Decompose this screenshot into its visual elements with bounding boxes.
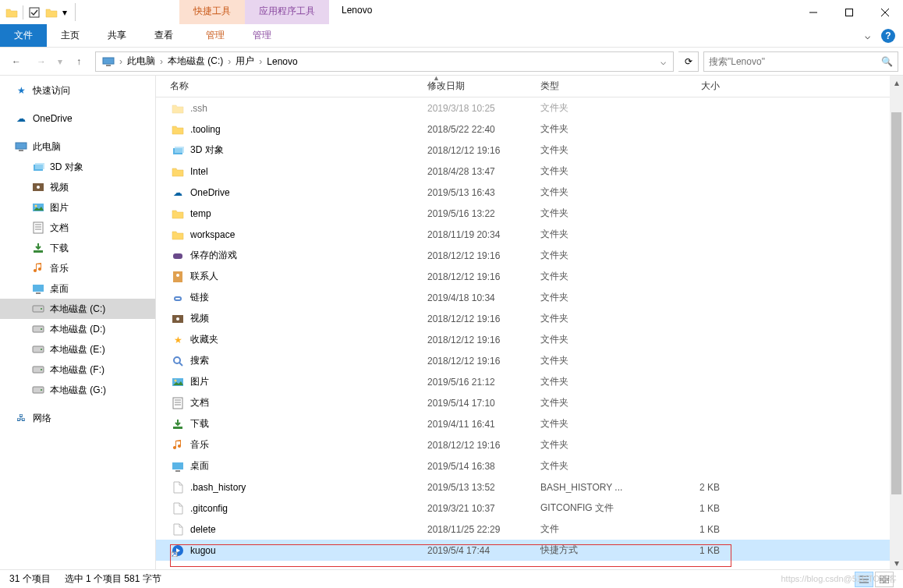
desk-icon bbox=[170, 460, 186, 473]
help-button[interactable]: ? bbox=[881, 29, 895, 43]
search-input[interactable] bbox=[709, 56, 881, 67]
tree-item[interactable]: 音乐 bbox=[0, 258, 155, 278]
ribbon-collapse-button[interactable]: ⌵ bbox=[859, 27, 876, 44]
file-row[interactable]: 下载2019/4/11 16:41文件夹 bbox=[156, 413, 903, 434]
folder-icon[interactable] bbox=[3, 4, 20, 21]
tree-item[interactable]: 3D 对象 bbox=[0, 157, 155, 177]
col-header-type[interactable]: 类型 bbox=[540, 80, 657, 93]
tree-item[interactable]: 本地磁盘 (C:) bbox=[0, 299, 155, 319]
tree-quick-access[interactable]: ★ 快速访问 bbox=[0, 80, 155, 101]
tree-item[interactable]: 图片 bbox=[0, 197, 155, 218]
crumb-sep-icon[interactable]: › bbox=[257, 56, 264, 67]
file-row[interactable]: .ssh2019/3/18 10:25文件夹 bbox=[156, 97, 903, 119]
minimize-button[interactable] bbox=[795, 0, 831, 24]
vertical-scrollbar[interactable]: ▴ ▾ bbox=[890, 76, 903, 569]
file-type: 文件夹 bbox=[540, 122, 657, 136]
file-row[interactable]: 桌面2019/5/14 16:38文件夹 bbox=[156, 455, 903, 476]
ctx-tab-app-tools[interactable]: 应用程序工具 bbox=[245, 0, 329, 24]
file-row[interactable]: 3D 对象2018/12/12 19:16文件夹 bbox=[156, 140, 903, 161]
scroll-track[interactable] bbox=[890, 89, 903, 556]
ribbon-tab-file[interactable]: 文件 bbox=[0, 24, 47, 47]
file-row[interactable]: ☁OneDrive2019/5/13 16:43文件夹 bbox=[156, 182, 903, 203]
scroll-up-button[interactable]: ▴ bbox=[890, 76, 903, 89]
fav-icon: ★ bbox=[170, 334, 186, 346]
file-icon bbox=[170, 502, 186, 515]
search-icon[interactable]: 🔍 bbox=[881, 56, 893, 67]
crumb-disk-c[interactable]: 本地磁盘 (C:) bbox=[165, 55, 226, 68]
tree-item[interactable]: 桌面 bbox=[0, 278, 155, 299]
qat-folder-icon[interactable] bbox=[43, 4, 60, 21]
file-row[interactable]: 联系人2018/12/12 19:16文件夹 bbox=[156, 266, 903, 287]
file-row[interactable]: .gitconfig2019/3/21 10:37GITCONFIG 文件1 K… bbox=[156, 498, 903, 519]
svg-point-36 bbox=[176, 274, 179, 277]
scroll-thumb[interactable] bbox=[891, 112, 901, 494]
file-row[interactable]: 文档2019/5/14 17:10文件夹 bbox=[156, 392, 903, 413]
disk-icon bbox=[31, 322, 45, 336]
tree-item[interactable]: 本地磁盘 (D:) bbox=[0, 319, 155, 339]
file-row[interactable]: 链接2019/4/18 10:34文件夹 bbox=[156, 287, 903, 308]
qat-dropdown[interactable]: ▾ bbox=[60, 4, 69, 21]
crumb-sep-icon[interactable]: › bbox=[226, 56, 232, 67]
address-bar[interactable]: › 此电脑 › 本地磁盘 (C:) › 用户 › Lenovo ⌵ bbox=[95, 51, 674, 72]
tree-item[interactable]: 下载 bbox=[0, 238, 155, 258]
ribbon-tab-manage-2[interactable]: 管理 bbox=[239, 24, 285, 47]
recent-dropdown[interactable]: ▾ bbox=[55, 51, 66, 73]
file-row[interactable]: 保存的游戏2018/12/12 19:16文件夹 bbox=[156, 245, 903, 266]
crumb-sep-icon[interactable]: › bbox=[118, 56, 124, 67]
ribbon-right: ⌵ ? bbox=[859, 24, 903, 47]
crumb-users[interactable]: 用户 bbox=[232, 55, 257, 68]
up-button[interactable]: ↑ bbox=[67, 51, 90, 73]
file-row[interactable]: kugou2019/5/4 17:44快捷方式1 KB bbox=[156, 540, 903, 561]
tree-item[interactable]: 本地磁盘 (G:) bbox=[0, 380, 155, 400]
file-row[interactable]: 图片2019/5/16 21:12文件夹 bbox=[156, 371, 903, 392]
file-row[interactable]: 搜索2018/12/12 19:16文件夹 bbox=[156, 350, 903, 371]
file-row[interactable]: .bash_history2019/5/13 13:52BASH_HISTORY… bbox=[156, 476, 903, 498]
maximize-button[interactable] bbox=[831, 0, 867, 24]
doc-icon bbox=[170, 397, 186, 409]
tree-item[interactable]: 本地磁盘 (F:) bbox=[0, 360, 155, 380]
tree-network[interactable]: 🖧 网络 bbox=[0, 408, 155, 428]
refresh-button[interactable]: ⟳ bbox=[678, 51, 699, 72]
file-row[interactable]: temp2019/5/16 13:22文件夹 bbox=[156, 203, 903, 224]
dl-icon bbox=[31, 241, 45, 255]
svg-rect-33 bbox=[175, 147, 184, 153]
file-row[interactable]: ★收藏夹2018/12/12 19:16文件夹 bbox=[156, 329, 903, 350]
tree-item[interactable]: 文档 bbox=[0, 218, 155, 238]
ribbon-tab-view[interactable]: 查看 bbox=[140, 24, 187, 47]
tree-item[interactable]: 本地磁盘 (E:) bbox=[0, 339, 155, 360]
col-header-date[interactable]: 修改日期 bbox=[427, 80, 540, 93]
disk-icon bbox=[31, 363, 45, 377]
file-size: 1 KB bbox=[657, 545, 728, 556]
file-row[interactable]: .tooling2018/5/22 22:40文件夹 bbox=[156, 119, 903, 140]
file-row[interactable]: Intel2018/4/28 13:47文件夹 bbox=[156, 161, 903, 182]
onedrive-icon: ☁ bbox=[14, 112, 28, 126]
back-button[interactable]: ← bbox=[5, 51, 28, 73]
ribbon-tab-share[interactable]: 共享 bbox=[94, 24, 140, 47]
file-row[interactable]: workspace2018/11/19 20:34文件夹 bbox=[156, 224, 903, 245]
qat-checkbox[interactable] bbox=[26, 4, 43, 21]
tree-this-pc[interactable]: 此电脑 bbox=[0, 136, 155, 157]
search-box[interactable]: 🔍 bbox=[703, 51, 898, 72]
titlebar: ▾ 快捷工具 应用程序工具 Lenovo bbox=[0, 0, 903, 24]
tree-item[interactable]: 视频 bbox=[0, 177, 155, 197]
ribbon-tab-home[interactable]: 主页 bbox=[47, 24, 94, 47]
ctx-tab-shortcut-tools[interactable]: 快捷工具 bbox=[179, 0, 245, 24]
crumb-pc-icon[interactable] bbox=[99, 57, 118, 66]
crumb-this-pc[interactable]: 此电脑 bbox=[124, 55, 158, 68]
ribbon-tab-manage-1[interactable]: 管理 bbox=[192, 24, 239, 47]
file-row[interactable]: 音乐2018/12/12 19:16文件夹 bbox=[156, 434, 903, 455]
forward-button[interactable]: → bbox=[30, 51, 53, 73]
scroll-down-button[interactable]: ▾ bbox=[890, 556, 903, 569]
file-row[interactable]: delete2018/11/25 22:29文件1 KB bbox=[156, 519, 903, 540]
tree-item-label: 文档 bbox=[50, 221, 69, 235]
address-dropdown[interactable]: ⌵ bbox=[656, 51, 670, 73]
file-list[interactable]: .ssh2019/3/18 10:25文件夹.tooling2018/5/22 … bbox=[156, 97, 903, 569]
col-header-size[interactable]: 大小 bbox=[657, 80, 728, 93]
tree-onedrive[interactable]: ☁ OneDrive bbox=[0, 108, 155, 129]
file-row[interactable]: 视频2018/12/12 19:16文件夹 bbox=[156, 308, 903, 329]
close-button[interactable] bbox=[867, 0, 903, 24]
col-header-name[interactable]: 名称 bbox=[170, 80, 427, 93]
ribbon-tabs: 文件 主页 共享 查看 管理 管理 ⌵ ? bbox=[0, 24, 903, 48]
crumb-sep-icon[interactable]: › bbox=[158, 56, 165, 67]
crumb-lenovo[interactable]: Lenovo bbox=[264, 56, 300, 67]
